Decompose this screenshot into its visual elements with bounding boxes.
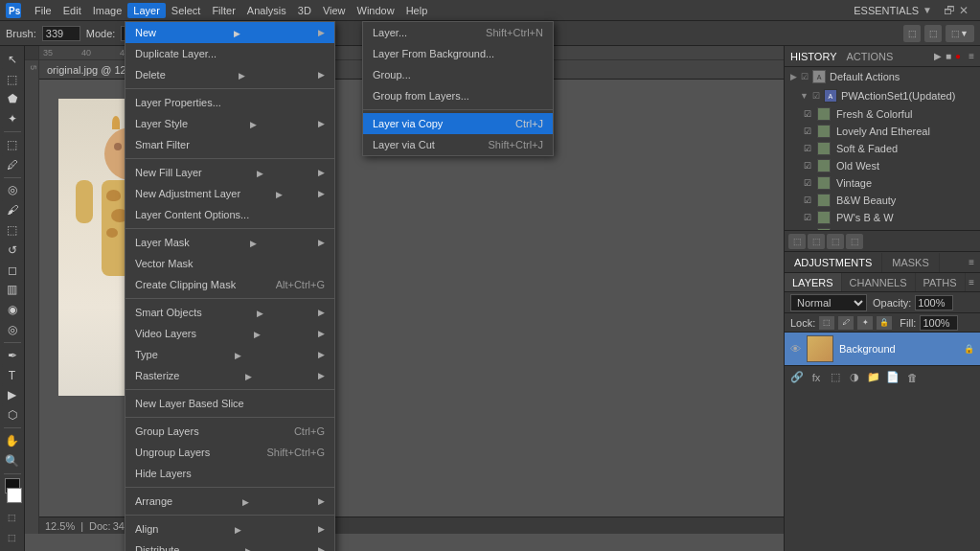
tab-adjustments[interactable]: ADJUSTMENTS bbox=[785, 253, 882, 272]
eyedropper-tool[interactable]: 🖊 bbox=[2, 155, 23, 174]
action-oldwest[interactable]: ☑ Old West bbox=[785, 157, 980, 174]
layers-fx-btn[interactable]: fx bbox=[808, 369, 825, 386]
close-btn[interactable]: ✕ bbox=[959, 4, 969, 17]
brush-tool[interactable]: 🖌 bbox=[2, 200, 23, 219]
history-panel-menu[interactable]: ≡ bbox=[969, 51, 974, 61]
submenu-layer-via-cut[interactable]: Layer via Cut Shift+Ctrl+J bbox=[363, 134, 553, 155]
menu-vector-mask[interactable]: Vector Mask bbox=[125, 253, 334, 274]
menu-group-layers[interactable]: Group Layers Ctrl+G bbox=[125, 421, 334, 442]
path-select-tool[interactable]: ▶ bbox=[2, 385, 23, 404]
type-tool[interactable]: T bbox=[2, 366, 23, 385]
restore-btn[interactable]: 🗗 bbox=[944, 4, 955, 17]
layers-mask-btn[interactable]: ⬚ bbox=[827, 369, 844, 386]
gradient-tool[interactable]: ▥ bbox=[2, 281, 23, 300]
submenu-group-from-layers[interactable]: Group from Layers... bbox=[363, 85, 553, 106]
screen-mode-btn[interactable]: ⬚ bbox=[2, 528, 23, 547]
view-icon[interactable]: ⬚▼ bbox=[946, 25, 974, 42]
blend-mode-select[interactable]: Normal Multiply Screen bbox=[790, 294, 867, 311]
layers-link-btn[interactable]: 🔗 bbox=[788, 369, 806, 386]
eraser-tool[interactable]: ◻ bbox=[2, 261, 23, 280]
opacity-input[interactable] bbox=[915, 295, 953, 310]
tab-history[interactable]: HISTORY bbox=[790, 51, 837, 62]
lasso-tool[interactable]: ⬟ bbox=[2, 90, 23, 109]
tab-layers[interactable]: LAYERS bbox=[785, 273, 842, 291]
actions-btn-3[interactable]: ⬚ bbox=[827, 234, 844, 249]
history-btn-play[interactable]: ▶ bbox=[934, 51, 942, 61]
menu-window[interactable]: Window bbox=[352, 3, 400, 18]
action-fresh[interactable]: ☑ Fresh & Colorful bbox=[785, 105, 980, 123]
action-soft[interactable]: ☑ Soft & Faded bbox=[785, 140, 980, 157]
menu-duplicate-layer[interactable]: Duplicate Layer... bbox=[125, 43, 334, 64]
action-set-updated-check[interactable]: ☑ bbox=[812, 91, 820, 101]
layers-panel-menu[interactable]: ≡ bbox=[969, 273, 974, 291]
tab-actions[interactable]: ACTIONS bbox=[847, 51, 894, 62]
lock-paint-btn[interactable]: 🖊 bbox=[838, 316, 854, 330]
tab-paths[interactable]: PATHS bbox=[916, 273, 966, 291]
workspace-arrow[interactable]: ▼ bbox=[923, 5, 932, 15]
menu-arrange[interactable]: Arrange bbox=[125, 491, 334, 512]
lock-transparent-btn[interactable]: ⬚ bbox=[819, 316, 834, 330]
menu-layer-mask[interactable]: Layer Mask bbox=[125, 232, 334, 253]
history-btn-stop[interactable]: ■ bbox=[946, 51, 951, 61]
layers-new-btn[interactable]: 📄 bbox=[884, 369, 901, 386]
background-layer[interactable]: 👁 Background 🔒 bbox=[785, 333, 980, 365]
menu-type[interactable]: Type bbox=[125, 344, 334, 365]
lock-all-btn[interactable]: 🔒 bbox=[877, 316, 892, 330]
menu-align[interactable]: Align bbox=[125, 518, 334, 540]
submenu-layer-from-bg[interactable]: Layer From Background... bbox=[363, 43, 553, 64]
menu-help[interactable]: Help bbox=[400, 3, 434, 18]
history-btn-record[interactable]: ● bbox=[955, 51, 961, 61]
pen-tool[interactable]: ✒ bbox=[2, 346, 23, 365]
menu-view[interactable]: View bbox=[317, 3, 352, 18]
action-pw[interactable]: ☑ PW's B & W bbox=[785, 209, 980, 226]
fill-input[interactable] bbox=[920, 315, 958, 331]
menu-new-adjustment-layer[interactable]: New Adjustment Layer bbox=[125, 183, 334, 204]
action-lovely[interactable]: ☑ Lovely And Ethereal bbox=[785, 123, 980, 140]
layer-eye[interactable]: 👁 bbox=[790, 343, 801, 355]
menu-analysis[interactable]: Analysis bbox=[241, 3, 292, 18]
blur-tool[interactable]: ◉ bbox=[2, 300, 23, 319]
menu-smart-filter[interactable]: Smart Filter bbox=[125, 134, 334, 155]
tab-masks[interactable]: MASKS bbox=[882, 253, 940, 272]
actions-btn-2[interactable]: ⬚ bbox=[808, 234, 825, 249]
menu-file[interactable]: File bbox=[29, 3, 57, 18]
history-brush-tool[interactable]: ↺ bbox=[2, 241, 23, 260]
actions-btn-1[interactable]: ⬚ bbox=[788, 234, 806, 249]
menu-new[interactable]: New bbox=[125, 22, 334, 43]
menu-edit[interactable]: Edit bbox=[57, 3, 87, 18]
submenu-group[interactable]: Group... bbox=[363, 64, 553, 85]
background-color[interactable] bbox=[7, 488, 22, 503]
layers-delete-btn[interactable]: 🗑 bbox=[903, 369, 921, 386]
action-set-updated-row[interactable]: ▼ ☑ A PWActionSet1(Updated) bbox=[785, 86, 980, 105]
dodge-tool[interactable]: ◎ bbox=[2, 320, 23, 339]
stamp-tool[interactable]: ⬚ bbox=[2, 220, 23, 240]
shape-tool[interactable]: ⬡ bbox=[2, 405, 23, 425]
menu-ungroup-layers[interactable]: Ungroup Layers Shift+Ctrl+G bbox=[125, 442, 334, 463]
menu-image[interactable]: Image bbox=[87, 3, 128, 18]
menu-delete[interactable]: Delete bbox=[125, 64, 334, 85]
menu-hide-layers[interactable]: Hide Layers bbox=[125, 463, 334, 484]
action-set-row[interactable]: ▶ ☑ A Default Actions bbox=[785, 67, 980, 86]
adj-panel-menu[interactable]: ≡ bbox=[969, 257, 974, 267]
action-vintage[interactable]: ☑ Vintage bbox=[785, 174, 980, 192]
action-bw[interactable]: ☑ B&W Beauty bbox=[785, 192, 980, 209]
marquee-tool[interactable]: ⬚ bbox=[2, 70, 23, 89]
menu-3d[interactable]: 3D bbox=[292, 3, 317, 18]
layers-group-btn[interactable]: 📁 bbox=[865, 369, 882, 386]
hand-tool[interactable]: ✋ bbox=[2, 431, 23, 450]
action-checkbox[interactable]: ☑ bbox=[801, 72, 809, 81]
menu-smart-objects[interactable]: Smart Objects bbox=[125, 302, 334, 323]
menu-filter[interactable]: Filter bbox=[206, 3, 240, 18]
submenu-layer-via-copy[interactable]: Layer via Copy Ctrl+J bbox=[363, 113, 553, 134]
menu-new-layer-based-slice[interactable]: New Layer Based Slice bbox=[125, 393, 334, 414]
tab-channels[interactable]: CHANNELS bbox=[842, 273, 916, 291]
menu-rasterize[interactable]: Rasterize bbox=[125, 365, 334, 386]
quick-mask-btn[interactable]: ⬚ bbox=[2, 508, 23, 527]
menu-distribute[interactable]: Distribute bbox=[125, 540, 334, 551]
menu-video-layers[interactable]: Video Layers bbox=[125, 323, 334, 344]
menu-layer[interactable]: Layer bbox=[127, 3, 166, 18]
menu-layer-content-options[interactable]: Layer Content Options... bbox=[125, 204, 334, 225]
nav-icon[interactable]: ⬚ bbox=[903, 25, 921, 42]
brush-size-input[interactable] bbox=[42, 26, 80, 41]
actions-btn-4[interactable]: ⬚ bbox=[846, 234, 863, 249]
